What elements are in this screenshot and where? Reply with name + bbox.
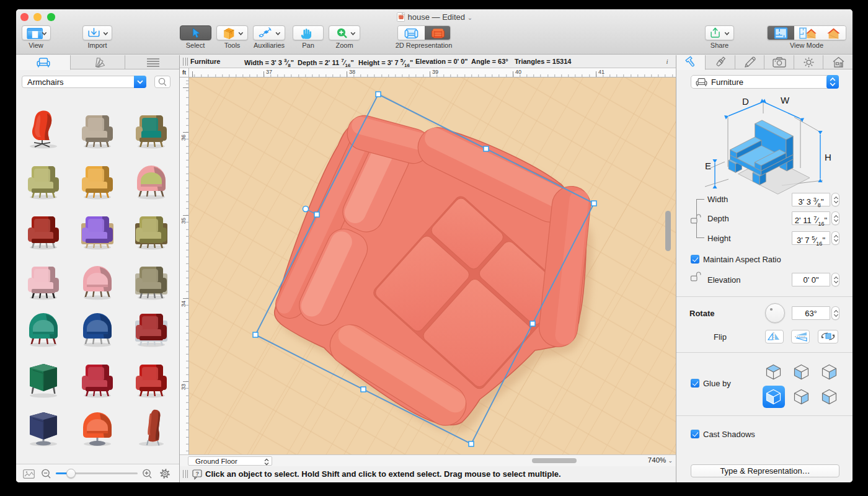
svg-text:E: E bbox=[705, 161, 711, 171]
svg-text:W: W bbox=[781, 95, 790, 105]
svg-text:D: D bbox=[742, 96, 749, 107]
svg-text:H: H bbox=[825, 152, 831, 162]
svg-text:?: ? bbox=[195, 471, 199, 477]
